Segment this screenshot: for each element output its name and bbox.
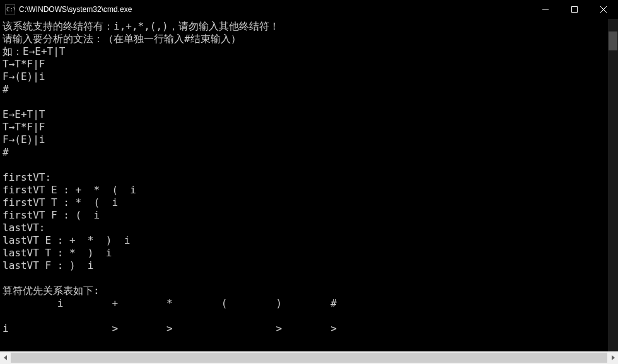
svg-marker-7: [612, 355, 615, 360]
console-line: F→(E)|i: [3, 134, 45, 145]
console-line: firstVT E : + * ( i: [3, 184, 136, 196]
scroll-left-arrow[interactable]: [0, 351, 11, 364]
horizontal-scrollbar-track[interactable]: [11, 351, 607, 364]
window-titlebar: C:\ C:\WINDOWS\system32\cmd.exe: [0, 0, 618, 19]
console-line: 该系统支持的终结符有：i,+,*,(,)，请勿输入其他终结符！: [3, 20, 279, 32]
horizontal-scrollbar[interactable]: [0, 351, 618, 364]
console-line: firstVT F : ( i: [3, 209, 100, 221]
vertical-scrollbar-thumb[interactable]: [609, 31, 617, 50]
console-line: E→E+T|T: [3, 108, 45, 120]
console-line: #: [3, 83, 9, 95]
vertical-scrollbar[interactable]: [608, 19, 618, 351]
console-line: firstVT T : * ( i: [3, 196, 118, 208]
scroll-right-arrow[interactable]: [607, 351, 618, 364]
console-line: lastVT:: [3, 222, 45, 234]
console-line: i + * ( ) #: [3, 297, 337, 309]
console-line: 算符优先关系表如下:: [3, 285, 100, 297]
console-line: lastVT T : * ) i: [3, 247, 112, 259]
close-button[interactable]: [589, 0, 618, 19]
window-title: C:\WINDOWS\system32\cmd.exe: [19, 5, 531, 14]
console-line: 请输入要分析的文法：（在单独一行输入#结束输入）: [3, 33, 241, 45]
svg-marker-6: [4, 355, 7, 360]
svg-rect-3: [572, 7, 578, 13]
console-area[interactable]: 该系统支持的终结符有：i,+,*,(,)，请勿输入其他终结符！ 请输入要分析的文…: [0, 19, 618, 351]
minimize-button[interactable]: [531, 0, 560, 19]
window-controls: [531, 0, 618, 19]
console-line: T→T*F|F: [3, 58, 45, 70]
console-line: 如：E→E+T|T: [3, 45, 65, 57]
console-output: 该系统支持的终结符有：i,+,*,(,)，请勿输入其他终结符！ 请输入要分析的文…: [0, 19, 618, 336]
console-line: i > > > >: [3, 322, 337, 334]
console-line: lastVT E : + * ) i: [3, 234, 130, 246]
cmd-icon: C:\: [5, 4, 15, 14]
maximize-button[interactable]: [560, 0, 589, 19]
console-line: F→(E)|i: [3, 71, 45, 82]
console-line: lastVT F : ) i: [3, 259, 94, 271]
console-line: T→T*F|F: [3, 121, 45, 133]
horizontal-scrollbar-thumb[interactable]: [11, 353, 607, 363]
console-line: firstVT:: [3, 171, 51, 183]
svg-text:C:\: C:\: [6, 6, 15, 13]
console-line: #: [3, 146, 9, 158]
